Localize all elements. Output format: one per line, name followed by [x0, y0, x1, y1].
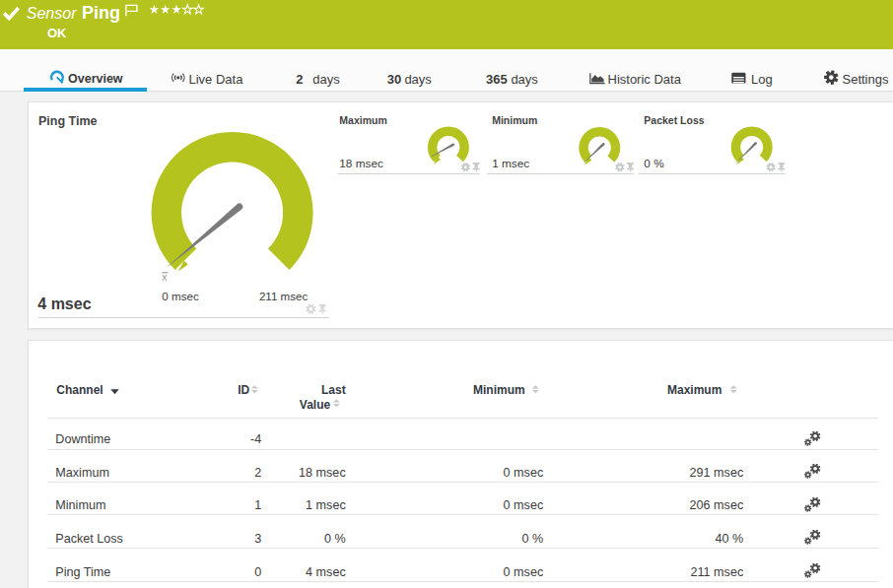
svg-text:x: x: [162, 271, 168, 283]
